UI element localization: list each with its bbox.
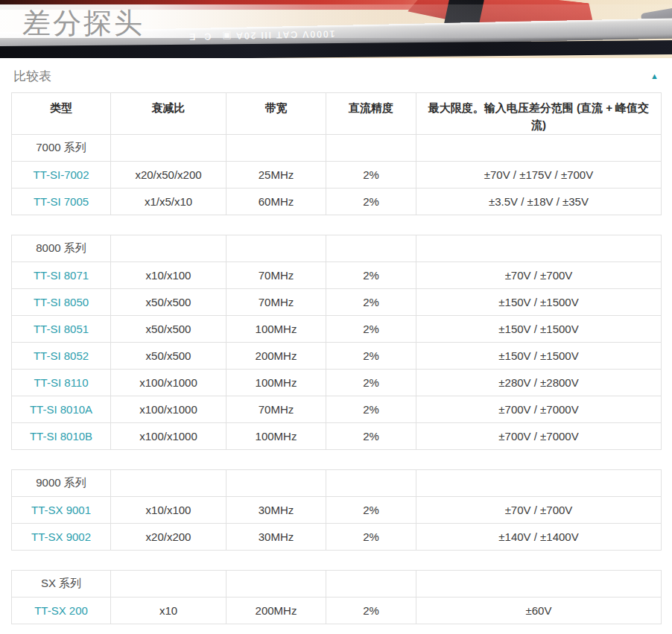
empty-cell bbox=[416, 235, 662, 262]
product-link[interactable]: TT-SI 8010A bbox=[30, 403, 92, 416]
collapse-up-icon[interactable]: ▲ bbox=[649, 71, 660, 82]
table-row: TT-SI 8050x50/x50070MHz2%±150V / ±1500V bbox=[12, 289, 662, 316]
bandwidth-cell: 200MHz bbox=[226, 343, 326, 370]
model-cell: TT-SI 8010B bbox=[12, 423, 111, 450]
section-title: 比较表 bbox=[13, 68, 51, 85]
bandwidth-cell: 100MHz bbox=[226, 316, 326, 343]
accuracy-cell: 2% bbox=[326, 370, 416, 396]
bandwidth-cell: 100MHz bbox=[226, 423, 326, 450]
table-row: TT-SI-7002x20/x50/x20025MHz2%±70V / ±175… bbox=[12, 162, 662, 188]
bandwidth-cell: 70MHz bbox=[226, 262, 326, 289]
product-link[interactable]: TT-SI-7002 bbox=[33, 168, 89, 181]
product-link[interactable]: TT-SI 8051 bbox=[34, 323, 89, 335]
table-row: TT-SI 8071x10/x10070MHz2%±70V / ±700V bbox=[12, 262, 662, 289]
separator-cell bbox=[12, 215, 662, 235]
product-link[interactable]: TT-SX 200 bbox=[34, 604, 88, 617]
series-label-row: 9000 系列 bbox=[12, 470, 662, 497]
accuracy-cell: 2% bbox=[326, 316, 416, 343]
product-link[interactable]: TT-SI 8110 bbox=[34, 376, 88, 389]
model-cell: TT-SI 8051 bbox=[12, 316, 111, 343]
product-link[interactable]: TT-SI 8052 bbox=[34, 349, 89, 362]
attenuation-cell: x20/x50/x200 bbox=[111, 162, 226, 188]
product-link[interactable]: TT-SX 9002 bbox=[31, 530, 91, 543]
separator-cell bbox=[12, 450, 662, 470]
page-banner: 1000V CAT III 20A ▣ C E 差分探头 bbox=[0, 0, 672, 58]
series-label-row: 7000 系列 bbox=[12, 135, 662, 162]
series-label-row: SX 系列 bbox=[12, 571, 662, 597]
accuracy-cell: 2% bbox=[326, 188, 416, 215]
column-header: 直流精度 bbox=[326, 93, 416, 135]
accuracy-cell: 2% bbox=[326, 162, 416, 188]
model-cell: TT-SX 9001 bbox=[12, 497, 111, 524]
bandwidth-cell: 25MHz bbox=[226, 162, 326, 188]
bandwidth-cell: 70MHz bbox=[226, 289, 326, 316]
attenuation-cell: x50/x500 bbox=[111, 289, 226, 316]
attenuation-cell: x50/x500 bbox=[111, 343, 226, 370]
product-link[interactable]: TT-SI 8010B bbox=[30, 430, 92, 443]
bandwidth-cell: 60MHz bbox=[226, 188, 326, 215]
empty-cell bbox=[226, 135, 326, 162]
empty-cell bbox=[111, 135, 226, 162]
column-header: 最大限度。输入电压差分范围 (直流 + 峰值交流) bbox=[416, 93, 662, 135]
table-row: TT-SX 9001x10/x10030MHz2%±70V / ±700V bbox=[12, 497, 662, 524]
product-link[interactable]: TT-SI 7005 bbox=[34, 195, 89, 208]
accuracy-cell: 2% bbox=[326, 597, 416, 624]
table-row: TT-SI 8051x50/x500100MHz2%±150V / ±1500V bbox=[12, 316, 662, 343]
column-header: 衰减比 bbox=[111, 93, 226, 135]
range-cell: ±700V / ±7000V bbox=[416, 396, 662, 423]
range-cell: ±150V / ±1500V bbox=[416, 343, 662, 370]
series-label: 7000 系列 bbox=[12, 135, 111, 162]
range-cell: ±3.5V / ±18V / ±35V bbox=[416, 188, 662, 215]
attenuation-cell: x20/x200 bbox=[111, 524, 226, 551]
separator-row bbox=[12, 551, 662, 571]
separator-row bbox=[12, 450, 662, 470]
model-cell: TT-SI 8071 bbox=[12, 262, 111, 289]
series-label: 8000 系列 bbox=[12, 235, 111, 262]
table-row: TT-SI 8110x100/x1000100MHz2%±280V / ±280… bbox=[12, 370, 662, 396]
range-cell: ±70V / ±175V / ±700V bbox=[416, 162, 662, 188]
empty-cell bbox=[111, 235, 226, 262]
product-link[interactable]: TT-SI 8050 bbox=[34, 296, 89, 308]
attenuation-cell: x100/x1000 bbox=[111, 396, 226, 423]
product-link[interactable]: TT-SX 9001 bbox=[31, 504, 91, 516]
accuracy-cell: 2% bbox=[326, 396, 416, 423]
accuracy-cell: 2% bbox=[326, 497, 416, 524]
model-cell: TT-SI 8050 bbox=[12, 289, 111, 316]
model-cell: TT-SX 9002 bbox=[12, 524, 111, 551]
model-cell: TT-SI-7002 bbox=[12, 162, 111, 188]
range-cell: ±700V / ±7000V bbox=[416, 423, 662, 450]
bandwidth-cell: 200MHz bbox=[226, 597, 326, 624]
range-cell: ±150V / ±1500V bbox=[416, 289, 662, 316]
accuracy-cell: 2% bbox=[326, 289, 416, 316]
attenuation-cell: x50/x500 bbox=[111, 316, 226, 343]
model-cell: TT-SX 200 bbox=[12, 597, 111, 624]
separator-cell bbox=[12, 551, 662, 571]
product-link[interactable]: TT-SI 8071 bbox=[34, 269, 89, 282]
empty-cell bbox=[111, 470, 226, 497]
range-cell: ±70V / ±700V bbox=[416, 262, 662, 289]
series-label: 9000 系列 bbox=[12, 470, 111, 497]
range-cell: ±70V / ±700V bbox=[416, 497, 662, 524]
empty-cell bbox=[326, 571, 416, 597]
table-row: TT-SX 9002x20/x20030MHz2%±140V / ±1400V bbox=[12, 524, 662, 551]
attenuation-cell: x1/x5/x10 bbox=[111, 188, 226, 215]
model-cell: TT-SI 8110 bbox=[12, 370, 111, 396]
attenuation-cell: x100/x1000 bbox=[111, 370, 226, 396]
bandwidth-cell: 30MHz bbox=[226, 497, 326, 524]
table-row: TT-SX 200x10200MHz2%±60V bbox=[12, 597, 662, 624]
model-cell: TT-SI 7005 bbox=[12, 188, 111, 215]
range-cell: ±280V / ±2800V bbox=[416, 370, 662, 396]
empty-cell bbox=[111, 571, 226, 597]
attenuation-cell: x10 bbox=[111, 597, 226, 624]
accuracy-cell: 2% bbox=[326, 343, 416, 370]
comparison-table: 类型衰减比带宽直流精度最大限度。输入电压差分范围 (直流 + 峰值交流) 700… bbox=[11, 92, 662, 624]
empty-cell bbox=[326, 135, 416, 162]
model-cell: TT-SI 8010A bbox=[12, 396, 111, 423]
attenuation-cell: x10/x100 bbox=[111, 497, 226, 524]
empty-cell bbox=[226, 571, 326, 597]
model-cell: TT-SI 8052 bbox=[12, 343, 111, 370]
table-row: TT-SI 8010Ax100/x100070MHz2%±700V / ±700… bbox=[12, 396, 662, 423]
attenuation-cell: x100/x1000 bbox=[111, 423, 226, 450]
separator-row bbox=[12, 215, 662, 235]
series-label: SX 系列 bbox=[12, 571, 111, 597]
